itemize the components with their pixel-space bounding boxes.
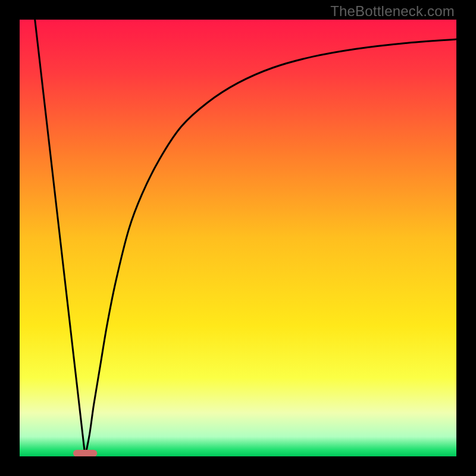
watermark-text: TheBottleneck.com [330, 3, 455, 20]
chart-canvas [20, 20, 456, 456]
optimum-marker [73, 450, 97, 456]
chart-frame: TheBottleneck.com [0, 0, 476, 476]
gradient-background [20, 20, 456, 456]
plot-area [20, 20, 456, 456]
